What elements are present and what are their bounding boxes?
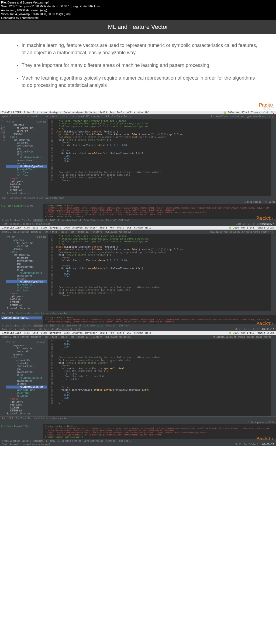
tree-union[interactable]: UnionTypes (6, 171, 47, 174)
tree-transactions[interactable]: transactions (6, 159, 47, 162)
left-gutter: 1: Project 7: Structure (0, 119, 5, 196)
menu-edit[interactable]: Edit (32, 111, 38, 114)
menu-view[interactable]: View (41, 226, 47, 229)
tree-scala[interactable]: scala (6, 135, 47, 138)
tree-gitignore[interactable]: .gitignore (6, 180, 47, 183)
test-panel: Run 〉SparkApisTests.dataSet aka typed Da… (0, 196, 276, 219)
menu-analyze[interactable]: Analyze (73, 226, 83, 229)
tab-todo[interactable]: 6: TODO (46, 219, 55, 222)
test-console[interactable]: Testing started at 17:43 ... objc[53124]… (43, 315, 276, 324)
search-icon[interactable]: 🔍 (271, 111, 274, 114)
menu-code[interactable]: Code (64, 226, 70, 229)
right-gutter (271, 339, 276, 416)
breadcrumb-path[interactable]: spark-2-scala-starter-template 〉src 〉tes… (2, 115, 132, 118)
breadcrumb-path[interactable]: spark-2-scala-starter-template 〉src 〉tes… (2, 230, 132, 233)
project-header-tab1[interactable]: Project (6, 121, 16, 123)
menu-help[interactable]: Help (145, 226, 151, 229)
instantiating-tests: Instantiating tests... (1, 316, 42, 319)
test-console[interactable]: Testing started at 17:43 ... objc[53124]… (43, 424, 276, 439)
mac-menubar: IntelliJ IDEA File Edit View Navigate Co… (0, 111, 276, 114)
project-tab[interactable]: 1: Project (1, 120, 3, 195)
menu-view[interactable]: View (41, 111, 47, 114)
user-name: Tomasz Lelek (256, 226, 274, 229)
status-bar: Tests Passed: 1 passed (a minute ago) 36… (0, 443, 276, 446)
menu-navigate[interactable]: Navigate (50, 111, 61, 114)
tree-extlib[interactable]: External Libraries (6, 192, 47, 195)
meta-gen: Generated by Thumbnail me (1, 16, 275, 20)
debug-icon[interactable]: 🐞 (271, 115, 274, 118)
menu-window[interactable]: Window (134, 226, 143, 229)
menu-build[interactable]: Build (100, 111, 107, 114)
test-console[interactable]: Testing started at 17:38 ... objc[48015]… (43, 204, 276, 219)
menu-tools[interactable]: Tools (117, 226, 124, 229)
code-editor[interactable]: 13 * A local vector has integer-typed an… (48, 119, 271, 196)
tab-terminal[interactable]: Terminal (106, 219, 117, 222)
tree-cassandra[interactable]: cassandra (6, 141, 47, 144)
menu-code[interactable]: Code (64, 111, 70, 114)
project-header-tab2[interactable]: Packages (36, 121, 46, 123)
menu-window[interactable]: Window (134, 111, 143, 114)
meta-audio: Audio: aac, 48000 Hz, stereo (eng) (1, 8, 275, 12)
tab-run[interactable]: 4: Run (33, 219, 43, 222)
code-editor[interactable]: 26 1.0, 27 0.0, 28 3.0 29 ) 30 } 31 32 /… (48, 339, 271, 416)
tree-mllib[interactable]: mllib (6, 153, 47, 156)
menu-build[interactable]: Build (100, 226, 107, 229)
tree-graph[interactable]: graphanalysis (6, 150, 47, 153)
meta-video: Video: h264, yuv420p, 1920x1080, 30.00 f… (1, 12, 275, 16)
tab-vcs[interactable]: 9: Version Control (58, 219, 81, 222)
tab-graphdb[interactable]: Graph Database Console (2, 219, 31, 222)
tree-hello[interactable]: HelloSpec (6, 174, 47, 177)
tree-license[interactable]: LICENSE (6, 186, 47, 189)
tab-javaee[interactable]: Java Enterprise (84, 219, 103, 222)
breadcrumb: spark-2-scala-starter-template 〉src 〉tes… (0, 335, 276, 339)
code-editor[interactable]: 13 * A local vector has integer-typed an… (48, 234, 271, 311)
slide-bullet-3: Machine learning algorithms typically re… (22, 74, 260, 89)
menu-navigate[interactable]: Navigate (50, 226, 61, 229)
packt-watermark: Packt› (256, 215, 274, 221)
menu-file[interactable]: File (24, 111, 30, 114)
menu-vcs[interactable]: VCS (127, 111, 131, 114)
tree-pipeline[interactable]: MLLibPipelineTest (6, 156, 47, 159)
tree-sparkapi[interactable]: SparkApisTests (6, 168, 47, 171)
menu-edit[interactable]: Edit (32, 226, 38, 229)
run-config-dropdown[interactable]: MLLibDataTypesTest.should create dense v… (211, 231, 271, 233)
menu-run[interactable]: Run (110, 111, 114, 114)
tree-churn[interactable]: churnanalysis (6, 144, 47, 147)
test-status: 1 test passed – 122ms (248, 421, 275, 424)
frame-timestamp: 00:01:57 (262, 328, 274, 330)
menu-help[interactable]: Help (145, 111, 151, 114)
menu-refactor[interactable]: Refactor (85, 111, 97, 114)
mac-menubar: IntelliJ IDEA File Edit View Navigate Co… (0, 331, 276, 335)
tree-datatypes[interactable]: MLLibDataTypesTest (6, 165, 47, 168)
all-tests-passed: All Tests Passed 4s 357ms (1, 205, 42, 207)
run-config-dropdown[interactable]: MLLibDataTypesTest.should create dense v… (213, 336, 274, 338)
tree-buildsbt[interactable]: build.sbt (6, 183, 47, 186)
tab-sbt[interactable]: SBT Shell (119, 219, 131, 222)
app-name: IntelliJ IDEA (2, 111, 21, 114)
tree-pagerank[interactable]: pagerank (6, 124, 47, 127)
tree-target[interactable]: target (6, 177, 47, 180)
packt-watermark: Packt› (256, 321, 274, 326)
project-tree: ProjectPackages pagerank followers.txt u… (5, 234, 48, 311)
menu-analyze[interactable]: Analyze (73, 111, 83, 114)
tree-vectors[interactable]: vectors (6, 162, 47, 165)
tree-gmm[interactable]: gmm (6, 147, 47, 150)
tree-readme[interactable]: README.md (6, 189, 47, 192)
menu-tools[interactable]: Tools (117, 111, 124, 114)
run-icon[interactable]: ▶ (272, 231, 274, 233)
menu-vcs[interactable]: VCS (127, 226, 131, 229)
menu-run[interactable]: Run (110, 226, 114, 229)
tree-graphg[interactable]: graph.g (6, 132, 47, 135)
ide-frame-1: IntelliJ IDEA File Edit View Navigate Co… (0, 111, 276, 226)
breadcrumb-path[interactable]: spark-2-scala-starter-template 〉src 〉tes… (2, 336, 132, 339)
run-icon[interactable]: ▶ (269, 115, 270, 118)
tree-pkg[interactable]: com.tomekl007 (6, 138, 47, 141)
tree-users[interactable]: users.txt (6, 130, 47, 132)
tree-followers[interactable]: followers.txt (6, 127, 47, 130)
test-panel: Run 〉MLLibDataTypesTest.should create de… (0, 416, 276, 439)
run-config-dropdown[interactable]: SparkApisTests.dataSet aka typed DataFra… (211, 115, 268, 118)
ide-frame-3: IntelliJ IDEA File Edit View Navigate Co… (0, 331, 276, 446)
menu-file[interactable]: File (24, 226, 30, 229)
frame-timestamp: 00:02:37 (262, 443, 274, 446)
menu-refactor[interactable]: Refactor (85, 226, 97, 229)
